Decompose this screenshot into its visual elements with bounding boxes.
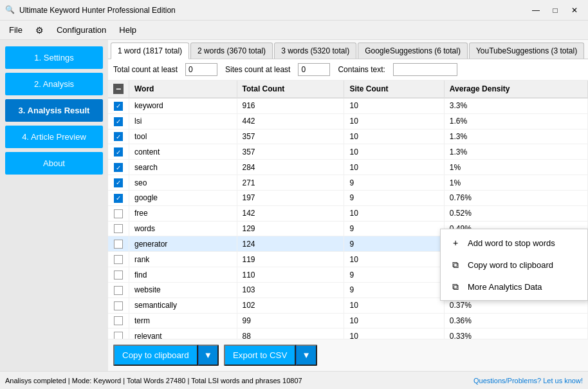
maximize-button[interactable]: □ [547,4,564,17]
row-site: 9 [344,175,444,191]
minimize-button[interactable]: — [528,4,544,17]
tab-1word[interactable]: 1 word (1817 total) [111,43,189,59]
row-density: 0.52% [444,205,587,221]
row-total: 284 [237,160,344,175]
row-checkbox[interactable] [114,301,123,310]
menu-help[interactable]: Help [113,23,143,37]
export-csv-dropdown[interactable]: ▼ [296,345,317,366]
table-header-checkbox[interactable]: − [108,81,129,98]
row-checkbox-cell[interactable] [108,129,129,144]
row-checkbox[interactable] [114,102,123,111]
row-checkbox[interactable] [114,332,123,339]
tab-3words[interactable]: 3 words (5320 total) [274,43,356,59]
sidebar-item-settings[interactable]: 1. Settings [5,46,103,69]
row-checkbox[interactable] [114,194,123,203]
row-checkbox[interactable] [114,240,123,249]
menu-configuration[interactable]: Configuration [50,23,113,37]
row-checkbox-cell[interactable] [108,252,129,267]
row-word: tool [129,129,237,144]
window-title: Ultimate Keyword Hunter Professional Edi… [19,6,528,15]
sidebar-item-article-preview[interactable]: 4. Article Preview [5,126,103,148]
ctx-add-stop-words[interactable]: + Add word to stop words [441,232,587,254]
row-total: 357 [237,129,344,144]
total-count-label: Total count at least [113,65,178,74]
row-word: generator [129,236,237,252]
row-checkbox[interactable] [114,270,123,280]
row-site: 9 [344,282,444,298]
row-total: 124 [237,236,344,252]
row-site: 10 [344,98,444,113]
plus-icon: + [450,237,461,249]
row-checkbox-cell[interactable] [108,205,129,221]
close-button[interactable]: ✕ [566,4,583,17]
row-density: 0.36% [444,313,587,328]
ctx-copy-clipboard[interactable]: ⧉ Copy word to clipboard [441,254,587,276]
row-word: term [129,313,237,328]
row-checkbox[interactable] [114,147,123,157]
row-checkbox-cell[interactable] [108,221,129,236]
row-checkbox-cell[interactable] [108,267,129,283]
row-checkbox-cell[interactable] [108,98,129,113]
row-word: website [129,282,237,298]
row-word: free [129,205,237,221]
copy-icon: ⧉ [450,259,461,270]
tab-2words[interactable]: 2 words (3670 total) [190,43,273,59]
row-checkbox-cell[interactable] [108,298,129,313]
contains-text-input[interactable] [393,63,457,76]
row-checkbox-cell[interactable] [108,190,129,205]
copy-clipboard-dropdown[interactable]: ▼ [198,345,219,366]
row-checkbox-cell[interactable] [108,113,129,129]
menu-gear-icon[interactable]: ⚙ [29,23,50,38]
row-total: 129 [237,221,344,236]
row-checkbox-cell[interactable] [108,328,129,339]
copy-clipboard-button[interactable]: Copy to clipboard [113,345,198,366]
table-row: lsi442101.6% [108,113,588,129]
table-row: seo27191% [108,175,588,191]
sites-count-input[interactable] [298,63,330,76]
row-checkbox-cell[interactable] [108,144,129,160]
row-checkbox[interactable] [114,178,123,187]
sidebar-item-about[interactable]: About [5,152,103,175]
row-site: 9 [344,267,444,283]
deselect-all-button[interactable]: − [113,84,124,94]
row-checkbox-cell[interactable] [108,160,129,175]
row-total: 88 [237,328,344,339]
row-checkbox-cell[interactable] [108,282,129,298]
table-row: search284101% [108,160,588,175]
row-checkbox[interactable] [114,316,123,325]
table-container: − Word Total Count Site Count Average De… [108,81,588,339]
row-checkbox[interactable] [114,224,123,233]
total-count-input[interactable] [185,63,217,76]
row-checkbox[interactable] [114,255,123,264]
row-total: 99 [237,313,344,328]
row-checkbox-cell[interactable] [108,175,129,191]
tab-youtube[interactable]: YouTubeSuggestions (3 total) [469,43,584,59]
ctx-copy-label: Copy word to clipboard [468,260,553,270]
menubar: File ⚙ Configuration Help [0,21,588,40]
row-site: 10 [344,298,444,313]
row-word: find [129,267,237,283]
contains-text-label: Contains text: [338,65,385,74]
row-total: 103 [237,282,344,298]
table-col-word: Word [129,81,237,98]
row-checkbox[interactable] [114,209,123,218]
export-csv-button[interactable]: Export to CSV [224,345,296,366]
row-site: 10 [344,328,444,339]
row-checkbox-cell[interactable] [108,236,129,252]
row-checkbox-cell[interactable] [108,313,129,328]
statusbar: Analisys completed | Mode: Keyword | Tot… [0,371,588,389]
row-word: content [129,144,237,160]
ctx-more-analytics[interactable]: ⧉ More Analytics Data [441,276,587,298]
tab-google[interactable]: GoogleSuggestions (6 total) [358,43,468,59]
main-layout: 1. Settings 2. Analysis 3. Analysis Resu… [0,40,588,371]
row-checkbox[interactable] [114,286,123,295]
sidebar-item-analysis[interactable]: 2. Analysis [5,73,103,95]
help-link[interactable]: Questions/Problems? Let us know! [473,377,583,384]
row-checkbox[interactable] [114,117,123,126]
table-row: free142100.52% [108,205,588,221]
row-checkbox[interactable] [114,132,123,141]
row-density: 1% [444,160,587,175]
sidebar-item-analysis-result[interactable]: 3. Analysis Result [5,99,103,122]
menu-file[interactable]: File [3,23,29,37]
row-checkbox[interactable] [114,163,123,172]
